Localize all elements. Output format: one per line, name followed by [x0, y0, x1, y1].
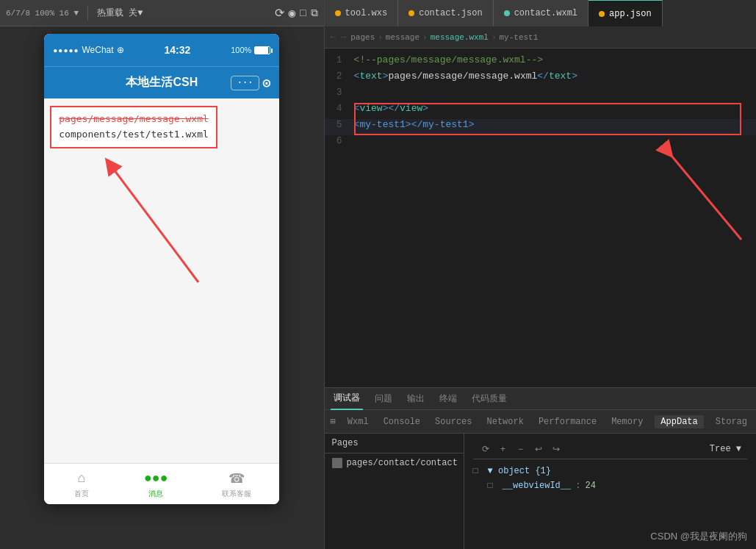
pages-header: Pages — [325, 434, 464, 453]
toolbar-version: 6/7/8 100% 16 ▼ — [6, 9, 79, 18]
status-right: 100% — [231, 46, 270, 54]
nav-contact[interactable]: ☎ 联系客服 — [222, 470, 251, 499]
stop-button[interactable]: ◉ — [289, 6, 296, 21]
hot-reload-label[interactable]: 热重载 关▼ — [97, 7, 143, 19]
date-version-label: 6/7/8 100% 16 ▼ — [6, 9, 79, 18]
tab-contact-json[interactable]: contact.json — [398, 0, 493, 26]
page-title: 本地生活CSH — [126, 75, 198, 90]
breadcrumb-tag: my-test1 — [500, 33, 539, 42]
bottom-panel-tabs: 调试器 问题 输出 终端 代码质量 — [325, 388, 756, 410]
nav-back-icon[interactable]: ← — [331, 32, 336, 43]
line-num-3: 3 — [325, 87, 354, 98]
more-options-button[interactable]: ··· — [231, 76, 260, 90]
ide-toolbar: ← → pages › message › message.wxml › my-… — [325, 26, 756, 49]
camera-icon[interactable]: ⊙ — [262, 75, 270, 91]
data-toolbar: ⟳ + − ↩ ↪ Tree ▼ — [473, 439, 747, 459]
breadcrumb-file: message.wxml — [431, 33, 489, 42]
tab-contact-wxml[interactable]: contact.wxml — [494, 0, 588, 26]
battery-icon — [254, 46, 270, 54]
contact-label: 联系客服 — [222, 489, 251, 499]
pages-title: Pages — [332, 438, 359, 448]
nav-more: ··· ⊙ — [231, 75, 270, 91]
breadcrumb: pages › message › message.wxml › my-test… — [350, 33, 538, 42]
carrier-label: WeChat — [82, 45, 114, 55]
line-num-4: 4 — [325, 103, 354, 114]
devtab-sources[interactable]: Sources — [432, 417, 475, 427]
line-content-2: <text>pages/message/message.wxml</text> — [354, 71, 756, 82]
svg-line-3 — [668, 151, 741, 240]
compile-button[interactable]: ⟳ — [275, 6, 284, 21]
page-file-icon — [332, 458, 342, 468]
line-num-6: 6 — [325, 135, 354, 146]
devtools-expand-icon[interactable]: ⊞ — [331, 416, 336, 427]
watermark: CSDN @我是夜阑的狗 — [650, 530, 747, 543]
line-num-2: 2 — [325, 71, 354, 82]
remove-button[interactable]: − — [514, 442, 528, 456]
nav-home[interactable]: ⌂ 首页 — [73, 470, 90, 499]
tab-app-json[interactable]: app.json — [588, 0, 663, 26]
tab-label: app.json — [609, 9, 652, 19]
tab-problems[interactable]: 问题 — [372, 388, 395, 410]
phone-bottom-nav: ⌂ 首页 ●●● 消息 ☎ 联系客服 — [44, 463, 279, 504]
field-value: 24 — [585, 481, 595, 491]
object-label: ▼ object {1} — [488, 466, 551, 476]
annotation-arrow-left — [88, 143, 220, 290]
devtab-performance[interactable]: Performance — [536, 417, 600, 427]
tab-code-quality[interactable]: 代码质量 — [469, 388, 510, 410]
source-line2: components/test/test1.wxml — [59, 127, 209, 143]
data-row-webviewid: □ __webviewId__ : 24 — [473, 478, 747, 493]
tab-dot — [504, 10, 510, 16]
phone-nav-bar: 本地生活CSH ··· ⊙ — [44, 66, 279, 98]
tab-label: contact.wxml — [514, 8, 577, 18]
add-button[interactable]: + — [497, 442, 510, 456]
devtab-wxml[interactable]: Wxml — [345, 417, 372, 427]
undo-button[interactable]: ↩ — [532, 442, 545, 456]
toolbar-actions: ⟳ ◉ □ ⧉ — [275, 6, 318, 21]
phone-content: pages/message/message.wxml components/te… — [44, 98, 279, 463]
contact-icon: ☎ — [228, 470, 245, 487]
tab-label: tool.wxs — [345, 8, 388, 18]
phone-container: ●●●●● WeChat ⊕ 14:32 100% 本地生活CSH ··· ⊙ — [0, 26, 324, 549]
phone-simulator-panel: 6/7/8 100% 16 ▼ 热重载 关▼ ⟳ ◉ □ ⧉ ●●●●● WeC… — [0, 0, 325, 549]
ide-tabs: tool.wxs contact.json contact.wxml app.j… — [325, 0, 756, 26]
message-label: 消息 — [148, 489, 163, 499]
ide-panel: tool.wxs contact.json contact.wxml app.j… — [325, 0, 756, 549]
code-editor[interactable]: 1 <!--pages/message/message.wxml--> 2 <t… — [325, 49, 756, 387]
nav-message[interactable]: ●●● 消息 — [147, 470, 165, 499]
status-left: ●●●●● WeChat ⊕ — [53, 45, 123, 55]
pages-list-item[interactable]: pages/contact/contact — [325, 453, 464, 473]
line-content-3 — [354, 87, 756, 98]
resize-button[interactable]: □ — [300, 7, 306, 19]
tab-output[interactable]: 输出 — [404, 388, 428, 410]
nav-forward-icon[interactable]: → — [340, 32, 346, 43]
expand-icon[interactable]: □ — [473, 466, 483, 476]
data-row-object: □ ▼ object {1} — [473, 464, 747, 478]
bottom-panel: 调试器 问题 输出 终端 代码质量 ⊞ Wxml Console — [325, 387, 756, 549]
tab-debugger[interactable]: 调试器 — [331, 388, 363, 410]
devtab-network[interactable]: Network — [484, 417, 527, 427]
tree-selector[interactable]: Tree ▼ — [710, 444, 741, 454]
tab-dot — [408, 10, 414, 16]
devtab-storage[interactable]: Storag — [713, 417, 750, 427]
tab-terminal[interactable]: 终端 — [436, 388, 460, 410]
tab-label: contact.json — [419, 8, 482, 18]
devtab-console[interactable]: Console — [381, 417, 423, 427]
source-line1: pages/message/message.wxml — [59, 112, 209, 127]
devtab-appdata[interactable]: AppData — [655, 415, 703, 428]
tab-tool-wxs[interactable]: tool.wxs — [325, 0, 399, 26]
field-sep: : — [575, 481, 580, 491]
refresh-button[interactable]: ⟳ — [479, 442, 492, 456]
phone-device: ●●●●● WeChat ⊕ 14:32 100% 本地生活CSH ··· ⊙ — [44, 34, 279, 504]
message-icon: ●●● — [147, 470, 165, 487]
battery-pct: 100% — [231, 46, 251, 54]
split-button[interactable]: ⧉ — [311, 7, 318, 19]
wifi-icon: ⊕ — [117, 45, 124, 55]
expand-icon-2[interactable]: □ — [488, 481, 498, 491]
signal-dots: ●●●●● — [53, 46, 79, 54]
status-time: 14:32 — [164, 44, 190, 56]
devtab-memory[interactable]: Memory — [608, 417, 646, 427]
line-content-1: <!--pages/message/message.wxml--> — [354, 54, 756, 65]
svg-line-1 — [110, 165, 198, 282]
home-icon: ⌂ — [73, 470, 90, 487]
redo-button[interactable]: ↪ — [550, 442, 563, 456]
